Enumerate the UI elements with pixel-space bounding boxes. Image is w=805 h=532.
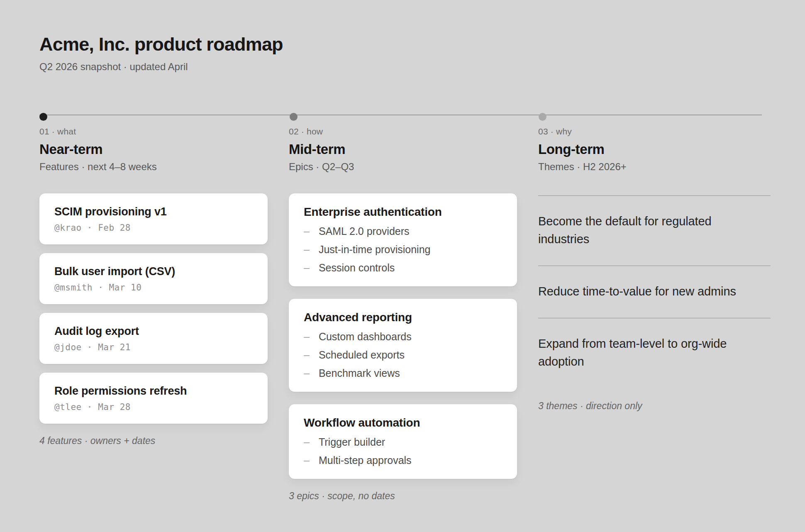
column-footer: 3 themes · direction only bbox=[538, 400, 771, 412]
epic-item-label: Trigger builder bbox=[319, 436, 385, 448]
feature-card[interactable]: Audit log export @jdoe · Mar 21 bbox=[39, 313, 268, 364]
feature-card-title: Audit log export bbox=[54, 324, 253, 338]
epic-item-label: Benchmark views bbox=[319, 367, 400, 379]
feature-card-list: SCIM provisioning v1 @krao · Feb 28 Bulk… bbox=[39, 193, 268, 424]
page-title: Acme, Inc. product roadmap bbox=[39, 33, 771, 56]
epic-item-list: – Custom dashboards – Scheduled exports … bbox=[304, 330, 502, 379]
timeline-dot-near-term bbox=[39, 113, 47, 121]
timeline-dot-long-term bbox=[539, 113, 546, 121]
epic-card-title: Workflow automation bbox=[304, 416, 502, 430]
dash-marker: – bbox=[304, 349, 310, 361]
timeline-dot-mid-term bbox=[290, 113, 298, 121]
timeline-line bbox=[39, 115, 762, 115]
dash-marker: – bbox=[304, 436, 310, 448]
dash-marker: – bbox=[304, 261, 310, 274]
page-header: Acme, Inc. product roadmap Q2 2026 snaps… bbox=[39, 33, 771, 73]
column-subtitle: Themes · H2 2026+ bbox=[538, 161, 771, 173]
epic-item: – Custom dashboards bbox=[304, 330, 502, 343]
column-eyebrow: 03 · why bbox=[538, 127, 771, 137]
theme-label: Become the default for regulated industr… bbox=[538, 212, 762, 248]
epic-item: – Multi-step approvals bbox=[304, 454, 502, 466]
page-subtitle: Q2 2026 snapshot · updated April bbox=[39, 61, 771, 73]
epic-item-label: Custom dashboards bbox=[319, 330, 412, 343]
theme-label: Expand from team-level to org-wide adopt… bbox=[538, 335, 762, 371]
epic-card[interactable]: Workflow automation – Trigger builder – … bbox=[289, 404, 517, 479]
column-subtitle: Features · next 4–8 weeks bbox=[39, 161, 268, 173]
dash-marker: – bbox=[304, 243, 310, 256]
epic-item-label: Session controls bbox=[319, 261, 395, 274]
epic-card-title: Enterprise authentication bbox=[304, 205, 502, 219]
epic-item-list: – Trigger builder – Multi-step approvals bbox=[304, 436, 502, 466]
epic-item: – Scheduled exports bbox=[304, 349, 502, 361]
epic-item: – Session controls bbox=[304, 261, 502, 274]
epic-card[interactable]: Enterprise authentication – SAML 2.0 pro… bbox=[289, 193, 517, 286]
dash-marker: – bbox=[304, 454, 310, 466]
dash-marker: – bbox=[304, 330, 310, 343]
column-footer: 3 epics · scope, no dates bbox=[289, 491, 517, 502]
feature-card-title: Role permissions refresh bbox=[54, 384, 253, 398]
feature-card-owner-date: @tlee · Mar 28 bbox=[54, 402, 253, 412]
epic-item: – Benchmark views bbox=[304, 367, 502, 379]
epic-item: – SAML 2.0 providers bbox=[304, 225, 502, 237]
epic-card-title: Advanced reporting bbox=[304, 310, 502, 325]
column-near-term: 01 · what Near-term Features · next 4–8 … bbox=[39, 127, 268, 502]
column-long-term: 03 · why Long-term Themes · H2 2026+ Bec… bbox=[538, 127, 771, 502]
column-eyebrow: 02 · how bbox=[289, 127, 517, 137]
epic-item-label: Multi-step approvals bbox=[319, 454, 412, 466]
feature-card[interactable]: SCIM provisioning v1 @krao · Feb 28 bbox=[39, 193, 268, 244]
dash-marker: – bbox=[304, 225, 310, 237]
column-subtitle: Epics · Q2–Q3 bbox=[289, 161, 517, 173]
theme-item: Expand from team-level to org-wide adopt… bbox=[538, 318, 771, 388]
feature-card-owner-date: @krao · Feb 28 bbox=[54, 223, 253, 233]
epic-card-list: Enterprise authentication – SAML 2.0 pro… bbox=[289, 193, 517, 479]
epic-item-label: Just-in-time provisioning bbox=[319, 243, 431, 256]
theme-label: Reduce time-to-value for new admins bbox=[538, 283, 762, 300]
epic-item-list: – SAML 2.0 providers – Just-in-time prov… bbox=[304, 225, 502, 274]
timeline bbox=[39, 112, 771, 121]
theme-item: Become the default for regulated industr… bbox=[538, 195, 771, 266]
column-title: Near-term bbox=[39, 142, 268, 157]
feature-card[interactable]: Role permissions refresh @tlee · Mar 28 bbox=[39, 373, 268, 424]
feature-card[interactable]: Bulk user import (CSV) @msmith · Mar 10 bbox=[39, 253, 268, 304]
roadmap-page: Acme, Inc. product roadmap Q2 2026 snaps… bbox=[39, 0, 771, 502]
epic-item-label: Scheduled exports bbox=[319, 349, 405, 361]
feature-card-title: SCIM provisioning v1 bbox=[54, 205, 253, 219]
epic-item-label: SAML 2.0 providers bbox=[319, 225, 410, 237]
theme-item: Reduce time-to-value for new admins bbox=[538, 266, 771, 318]
epic-item: – Just-in-time provisioning bbox=[304, 243, 502, 256]
column-title: Mid-term bbox=[289, 142, 517, 157]
feature-card-owner-date: @msmith · Mar 10 bbox=[54, 283, 253, 293]
epic-item: – Trigger builder bbox=[304, 436, 502, 448]
roadmap-columns: 01 · what Near-term Features · next 4–8 … bbox=[39, 127, 771, 502]
dash-marker: – bbox=[304, 367, 310, 379]
feature-card-owner-date: @jdoe · Mar 21 bbox=[54, 342, 253, 353]
theme-list: Become the default for regulated industr… bbox=[538, 195, 771, 388]
column-title: Long-term bbox=[538, 142, 771, 157]
epic-card[interactable]: Advanced reporting – Custom dashboards –… bbox=[289, 299, 517, 392]
column-footer: 4 features · owners + dates bbox=[39, 435, 268, 447]
column-mid-term: 02 · how Mid-term Epics · Q2–Q3 Enterpri… bbox=[289, 127, 517, 502]
column-eyebrow: 01 · what bbox=[39, 127, 268, 137]
feature-card-title: Bulk user import (CSV) bbox=[54, 264, 253, 278]
